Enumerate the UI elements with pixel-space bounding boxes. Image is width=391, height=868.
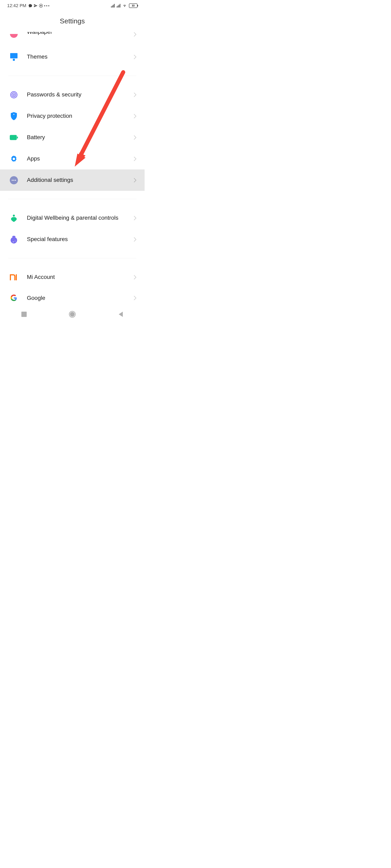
mi-logo-icon xyxy=(10,273,18,281)
settings-item-privacy[interactable]: Privacy protection xyxy=(0,105,145,127)
svg-point-11 xyxy=(12,180,13,181)
settings-item-battery[interactable]: Battery xyxy=(0,127,145,148)
svg-rect-20 xyxy=(21,312,27,317)
settings-item-themes[interactable]: Themes xyxy=(0,46,145,67)
svg-point-5 xyxy=(12,93,16,97)
svg-point-16 xyxy=(10,237,17,244)
settings-item-label: Digital Wellbeing & parental controls xyxy=(27,214,134,221)
chevron-right-icon xyxy=(134,156,136,161)
svg-rect-7 xyxy=(10,135,17,140)
chevron-right-icon xyxy=(134,92,136,97)
signal-icon-1 xyxy=(111,4,115,7)
svg-point-12 xyxy=(13,180,15,181)
page-title: Settings xyxy=(0,11,145,32)
chevron-right-icon xyxy=(134,135,136,140)
svg-point-14 xyxy=(13,215,15,217)
chevron-right-icon xyxy=(134,55,136,59)
status-bar: 12:42 PM 33 xyxy=(0,0,145,11)
chrome-notification-icon xyxy=(39,4,43,8)
battery-level: 33 xyxy=(132,4,134,7)
svg-point-17 xyxy=(13,242,13,242)
chevron-right-icon xyxy=(134,237,136,242)
settings-item-special[interactable]: Special features xyxy=(0,229,145,250)
wifi-icon xyxy=(122,4,127,7)
svg-point-1 xyxy=(40,5,42,6)
settings-item-label: Additional settings xyxy=(27,176,134,184)
settings-item-wellbeing[interactable]: Digital Wellbeing & parental controls xyxy=(0,207,145,229)
settings-item-label: Special features xyxy=(27,236,134,243)
settings-item-miaccount[interactable]: Mi Account xyxy=(0,267,145,288)
settings-item-google[interactable]: Google xyxy=(0,288,145,302)
send-notification-icon xyxy=(34,4,38,8)
settings-item-label: Wallpaper xyxy=(27,32,134,36)
signal-icon-2 xyxy=(117,4,120,7)
svg-rect-2 xyxy=(10,53,18,58)
settings-item-passwords[interactable]: Passwords & security xyxy=(0,84,145,105)
status-time: 12:42 PM xyxy=(7,3,26,8)
more-icon xyxy=(10,176,18,184)
settings-item-additional[interactable]: Additional settings xyxy=(0,169,145,191)
svg-point-9 xyxy=(12,158,15,160)
chat-notification-icon xyxy=(28,4,32,8)
status-notification-icons xyxy=(28,4,49,8)
settings-item-label: Apps xyxy=(27,155,134,162)
settings-item-label: Mi Account xyxy=(27,273,134,281)
gear-icon xyxy=(10,155,18,163)
google-logo-icon xyxy=(10,294,18,302)
settings-item-label: Passwords & security xyxy=(27,91,134,98)
status-bar-right: 33 xyxy=(111,3,137,8)
svg-point-6 xyxy=(13,94,15,96)
svg-rect-3 xyxy=(13,59,15,61)
more-notifications-icon xyxy=(44,5,49,6)
shield-icon xyxy=(10,112,18,120)
settings-item-wallpaper[interactable]: Wallpaper xyxy=(0,32,145,46)
svg-point-22 xyxy=(70,312,74,316)
settings-item-label: Google xyxy=(27,294,134,302)
nav-recent-button[interactable] xyxy=(20,311,28,318)
svg-point-18 xyxy=(15,241,16,241)
chevron-right-icon xyxy=(134,216,136,220)
flask-icon xyxy=(10,235,18,244)
status-bar-left: 12:42 PM xyxy=(7,3,49,8)
fingerprint-icon xyxy=(10,91,18,99)
svg-point-13 xyxy=(15,180,16,181)
themes-icon xyxy=(10,53,18,61)
battery-item-icon xyxy=(10,133,18,142)
chevron-right-icon xyxy=(134,114,136,119)
navigation-bar xyxy=(0,307,145,321)
settings-item-apps[interactable]: Apps xyxy=(0,148,145,169)
nav-back-button[interactable] xyxy=(117,311,124,318)
settings-item-label: Themes xyxy=(27,53,134,60)
settings-item-label: Privacy protection xyxy=(27,112,134,120)
chevron-right-icon xyxy=(134,32,136,37)
nav-home-button[interactable] xyxy=(68,311,76,318)
heart-person-icon xyxy=(10,214,18,222)
chevron-right-icon xyxy=(134,275,136,280)
chevron-right-icon xyxy=(134,178,136,183)
settings-item-label: Battery xyxy=(27,134,134,141)
wallpaper-icon xyxy=(10,32,18,40)
svg-rect-8 xyxy=(17,136,18,138)
battery-icon: 33 xyxy=(129,3,137,8)
settings-list: Wallpaper Themes Passwords & security Pr… xyxy=(0,32,145,302)
chevron-right-icon xyxy=(134,296,136,301)
